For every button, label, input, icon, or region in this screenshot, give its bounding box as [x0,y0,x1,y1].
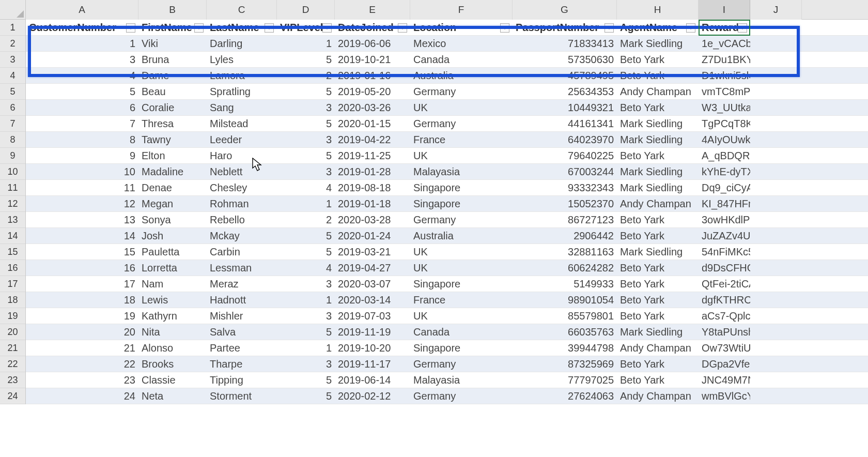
cell-B18[interactable]: Lewis [138,292,207,308]
cell-F21[interactable]: Singapore [410,340,513,356]
cell-B15[interactable]: Pauletta [138,244,207,260]
cell-F17[interactable]: Singapore [410,276,513,292]
cell-B19[interactable]: Kathyrn [138,308,207,324]
cell-A11[interactable]: 11 [26,180,138,196]
cell-E22[interactable]: 2019-11-17 [335,356,410,372]
column-header-A[interactable]: A [26,0,138,20]
cell-E7[interactable]: 2020-01-15 [335,116,410,132]
cell-G13[interactable]: 86727123 [513,212,617,228]
cell-G5[interactable]: 25634353 [513,84,617,100]
cell-G19[interactable]: 85579801 [513,308,617,324]
row-header-21[interactable]: 21 [0,340,25,356]
cell-I12[interactable]: KI_847HFmng [699,196,750,212]
cell-A13[interactable]: 13 [26,212,138,228]
cell-F4[interactable]: Australia [410,68,513,84]
cell-H18[interactable]: Beto Yark [617,292,699,308]
cell-H24[interactable]: Andy Champan [617,388,699,404]
cell-H19[interactable]: Beto Yark [617,308,699,324]
cell-G15[interactable]: 32881163 [513,244,617,260]
cell-J12[interactable] [750,196,802,212]
cell-C2[interactable]: Darling [207,36,277,52]
cell-A7[interactable]: 7 [26,116,138,132]
cell-J8[interactable] [750,132,802,148]
cell-D21[interactable]: 1 [277,340,335,356]
cell-F9[interactable]: UK [410,148,513,164]
cell-F15[interactable]: UK [410,244,513,260]
cell-J13[interactable] [750,212,802,228]
cell-A9[interactable]: 9 [26,148,138,164]
cell-B7[interactable]: Thresa [138,116,207,132]
cell-J22[interactable] [750,356,802,372]
header-cell-C[interactable]: LastName [207,20,277,36]
cell-J4[interactable] [750,68,802,84]
cell-A23[interactable]: 23 [26,372,138,388]
cell-J18[interactable] [750,292,802,308]
cell-I16[interactable]: d9DsCFHGYrk [699,260,750,276]
row-header-16[interactable]: 16 [0,260,25,276]
cell-D18[interactable]: 1 [277,292,335,308]
filter-dropdown-icon[interactable] [126,23,135,33]
filter-dropdown-icon[interactable] [605,23,614,33]
header-cell-E[interactable]: DateJoined [335,20,410,36]
cell-I2[interactable]: 1e_vCACbYPY [699,36,750,52]
cell-H7[interactable]: Mark Siedling [617,116,699,132]
cell-G24[interactable]: 27624063 [513,388,617,404]
cell-C7[interactable]: Milstead [207,116,277,132]
cell-E16[interactable]: 2019-04-27 [335,260,410,276]
cell-B20[interactable]: Nita [138,324,207,340]
cell-H11[interactable]: Mark Siedling [617,180,699,196]
cell-H13[interactable]: Beto Yark [617,212,699,228]
row-header-1[interactable]: 1 [0,20,25,36]
cell-C16[interactable]: Lessman [207,260,277,276]
cell-J6[interactable] [750,100,802,116]
cell-H14[interactable]: Beto Yark [617,228,699,244]
cell-C13[interactable]: Rebello [207,212,277,228]
cell-J9[interactable] [750,148,802,164]
cell-D10[interactable]: 3 [277,164,335,180]
row-header-3[interactable]: 3 [0,52,25,68]
filter-dropdown-icon[interactable] [500,23,509,33]
cell-C23[interactable]: Tipping [207,372,277,388]
cell-I8[interactable]: 4AIyOUwk9WY [699,132,750,148]
cell-G3[interactable]: 57350630 [513,52,617,68]
column-header-J[interactable]: J [750,0,802,20]
cell-J19[interactable] [750,308,802,324]
cell-F5[interactable]: Germany [410,84,513,100]
cell-G7[interactable]: 44161341 [513,116,617,132]
cell-E15[interactable]: 2019-03-21 [335,244,410,260]
header-cell-B[interactable]: FirstName [138,20,207,36]
cell-D23[interactable]: 5 [277,372,335,388]
cell-G17[interactable]: 5149933 [513,276,617,292]
cell-B9[interactable]: Elton [138,148,207,164]
cell-H9[interactable]: Beto Yark [617,148,699,164]
cell-B3[interactable]: Bruna [138,52,207,68]
row-header-7[interactable]: 7 [0,116,25,132]
cell-D6[interactable]: 3 [277,100,335,116]
cell-B13[interactable]: Sonya [138,212,207,228]
cell-H17[interactable]: Beto Yark [617,276,699,292]
cell-H20[interactable]: Mark Siedling [617,324,699,340]
cell-I15[interactable]: 54nFiMKc5ag [699,244,750,260]
cell-G2[interactable]: 71833413 [513,36,617,52]
row-header-10[interactable]: 10 [0,164,25,180]
cell-H10[interactable]: Mark Siedling [617,164,699,180]
header-cell-G[interactable]: PassportNumber [513,20,617,36]
cell-C15[interactable]: Carbin [207,244,277,260]
cell-B12[interactable]: Megan [138,196,207,212]
cell-E8[interactable]: 2019-04-22 [335,132,410,148]
cell-E6[interactable]: 2020-03-26 [335,100,410,116]
filter-dropdown-icon[interactable] [322,23,332,33]
cell-I18[interactable]: dgfKTHRCUmM [699,292,750,308]
cell-E5[interactable]: 2019-05-20 [335,84,410,100]
cell-G9[interactable]: 79640225 [513,148,617,164]
cell-E19[interactable]: 2019-07-03 [335,308,410,324]
cell-H16[interactable]: Beto Yark [617,260,699,276]
cell-C8[interactable]: Leeder [207,132,277,148]
cell-H15[interactable]: Mark Siedling [617,244,699,260]
cell-B23[interactable]: Classie [138,372,207,388]
cell-J10[interactable] [750,164,802,180]
cell-D14[interactable]: 5 [277,228,335,244]
cell-D22[interactable]: 3 [277,356,335,372]
cell-E18[interactable]: 2020-03-14 [335,292,410,308]
cell-C14[interactable]: Mckay [207,228,277,244]
